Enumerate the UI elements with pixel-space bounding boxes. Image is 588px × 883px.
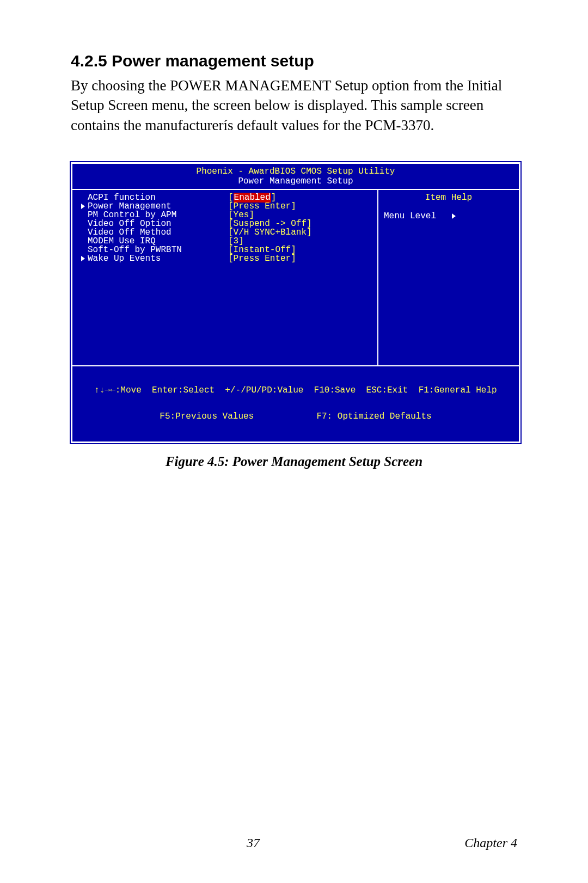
bios-screenshot: Phoenix - AwardBIOS CMOS Setup Utility P…: [71, 162, 520, 443]
submenu-icon: [81, 254, 88, 263]
intro-paragraph: By choosing the POWER MANAGEMENT Setup o…: [71, 76, 517, 135]
bios-menu-level: Menu Level: [384, 212, 513, 220]
chevron-right-icon: [452, 213, 456, 219]
chapter-label: Chapter 4: [436, 836, 517, 850]
bios-setting-value[interactable]: [Press Enter]: [228, 202, 296, 211]
bios-help-title: Item Help: [384, 193, 513, 202]
bios-setting-row[interactable]: PM Control by APM [Yes]: [81, 211, 372, 219]
bios-body: ACPI function [Enabled] Power Management…: [72, 189, 519, 366]
bios-setting-row[interactable]: Wake Up Events [Press Enter]: [81, 254, 372, 263]
bios-setting-row[interactable]: Video Off Option [Suspend -> Off]: [81, 219, 372, 228]
page-number: 37: [71, 836, 436, 850]
bios-setting-value[interactable]: [3]: [228, 237, 244, 246]
bios-footer-line: F5:Previous Values F7: Optimized Default…: [78, 412, 513, 421]
submenu-icon: [81, 202, 88, 211]
bios-setting-label: Wake Up Events: [88, 254, 161, 263]
bios-setting-row[interactable]: ACPI function [Enabled]: [81, 193, 372, 202]
bios-subtitle: Power Management Setup: [72, 177, 519, 189]
bios-title: Phoenix - AwardBIOS CMOS Setup Utility: [72, 164, 519, 177]
bios-settings-list: ACPI function [Enabled] Power Management…: [72, 190, 377, 365]
bios-setting-row[interactable]: Power Management [Press Enter]: [81, 202, 372, 211]
bios-setting-row[interactable]: Video Off Method [V/H SYNC+Blank]: [81, 228, 372, 237]
bios-setting-value[interactable]: [Press Enter]: [228, 254, 296, 263]
bios-setting-row[interactable]: MODEM Use IRQ [3]: [81, 237, 372, 246]
bios-help-panel: Item Help Menu Level: [377, 190, 519, 365]
bios-setting-value[interactable]: [Instant-Off]: [228, 246, 296, 254]
page-footer: 37 Chapter 4: [71, 836, 517, 850]
figure-caption: Figure 4.5: Power Management Setup Scree…: [71, 454, 517, 469]
section-heading: 4.2.5 Power management setup: [71, 52, 517, 70]
bios-setting-row[interactable]: Soft-Off by PWRBTN [Instant-Off]: [81, 246, 372, 254]
bios-footer-line: ↑↓→←:Move Enter:Select +/-/PU/PD:Value F…: [78, 386, 513, 395]
bios-setting-value[interactable]: [Yes]: [228, 211, 254, 219]
bios-setting-value[interactable]: [V/H SYNC+Blank]: [228, 228, 312, 237]
bios-setting-value[interactable]: [Suspend -> Off]: [228, 219, 312, 228]
bios-footer: ↑↓→←:Move Enter:Select +/-/PU/PD:Value F…: [72, 366, 519, 442]
document-page: 4.2.5 Power management setup By choosing…: [0, 0, 588, 883]
